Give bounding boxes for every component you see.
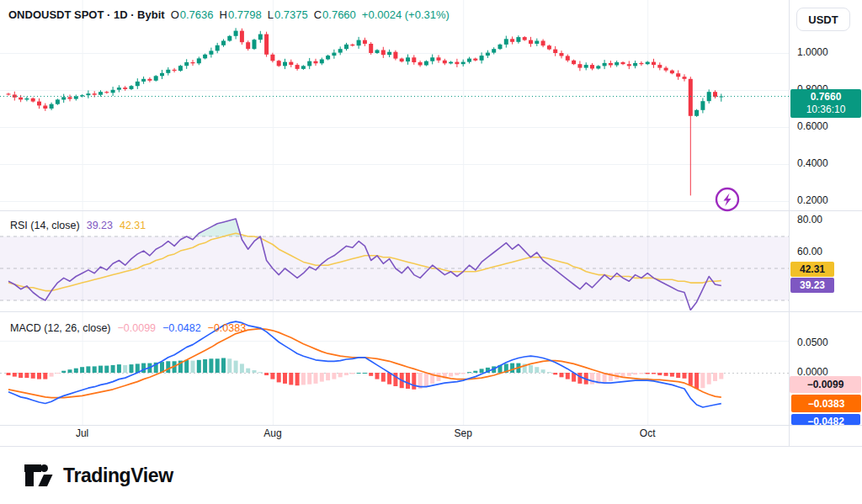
rsi-pane-header[interactable]: RSI (14, close) 39.23 42.31 <box>10 220 146 231</box>
chart-plot-area[interactable] <box>0 0 789 425</box>
time-axis-label: Aug <box>247 427 298 439</box>
symbol-title[interactable]: ONDOUSDT SPOT · 1D · Bybit <box>8 8 165 22</box>
price-axis-tick: 0.4000 <box>797 157 828 169</box>
change-value: +0.0024 (+0.31%) <box>362 8 450 22</box>
macd-hist-value: −0.0099 <box>118 322 157 334</box>
macd-signal-value: −0.0383 <box>208 322 247 334</box>
macd-hist-badge: −0.0099 <box>790 376 861 393</box>
rsi-axis-tick: 60.00 <box>797 246 822 257</box>
macd-line-value: −0.0482 <box>162 322 201 334</box>
macd-axis-tick: 0.0500 <box>797 337 828 348</box>
rsi-ma-current-value: 42.31 <box>120 220 146 231</box>
tradingview-logo-icon <box>24 462 56 489</box>
macd-line-badge: −0.0482 <box>791 414 860 425</box>
macd-signal-badge: −0.0383 <box>791 395 861 412</box>
price-axis-tick: 0.6000 <box>797 120 828 132</box>
tradingview-chart-widget: ONDOUSDT SPOT · 1D · Bybit O0.7636 H0.77… <box>0 0 862 504</box>
time-axis-label: Sep <box>438 427 488 439</box>
last-price-badge: 0.7660 10:36:10 <box>790 89 861 118</box>
rsi-badge: 39.23 <box>790 278 834 293</box>
time-axis-label: Oct <box>622 427 673 439</box>
tradingview-logo-text: TradingView <box>63 464 173 487</box>
lightning-icon <box>714 186 741 213</box>
low-value: L0.7375 <box>268 8 308 22</box>
currency-toggle-button[interactable]: USDT <box>796 8 850 31</box>
tradingview-attribution[interactable]: TradingView <box>24 462 173 489</box>
price-axis-tick: 1.0000 <box>797 46 828 58</box>
macd-pane-header[interactable]: MACD (12, 26, close) −0.0099 −0.0482 −0.… <box>10 322 246 334</box>
rsi-axis-tick: 80.00 <box>797 214 822 225</box>
boost-button[interactable] <box>714 186 741 213</box>
price-axis-tick: 0.2000 <box>797 194 828 206</box>
close-value: C0.7660 <box>314 8 356 22</box>
rsi-current-value: 39.23 <box>87 220 113 231</box>
rsi-ma-badge: 42.31 <box>790 262 834 277</box>
open-value: O0.7636 <box>171 8 214 22</box>
candle-countdown: 10:36:10 <box>806 103 846 116</box>
high-value: H0.7798 <box>220 8 262 22</box>
macd-title: MACD (12, 26, close) <box>10 322 111 334</box>
rsi-title: RSI (14, close) <box>10 220 80 231</box>
symbol-header[interactable]: ONDOUSDT SPOT · 1D · Bybit O0.7636 H0.77… <box>8 8 450 22</box>
time-axis-label: Jul <box>57 427 108 439</box>
